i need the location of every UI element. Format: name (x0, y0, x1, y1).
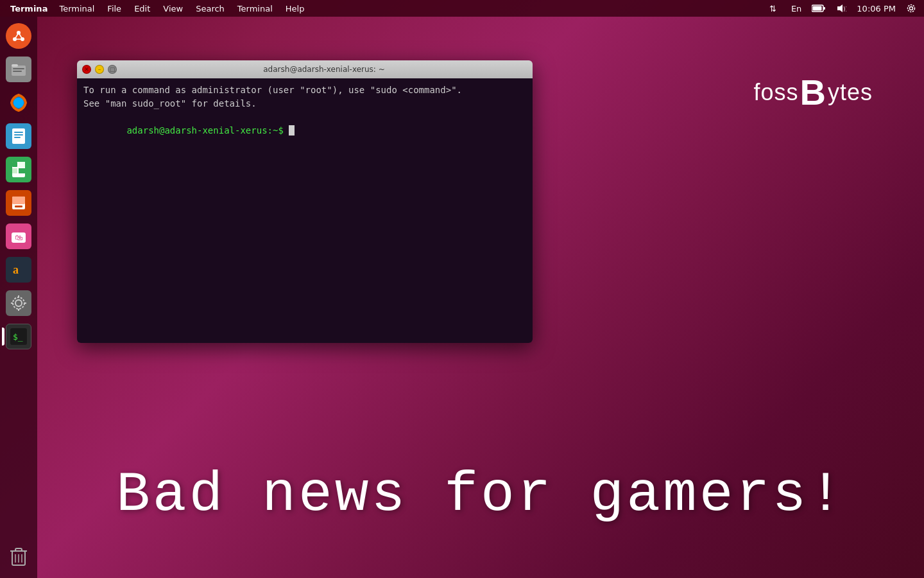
svg-text:$_: $_ (13, 332, 23, 342)
system-tray: ⇅ En )) 10:06 PM (767, 3, 919, 13)
launcher-ubuntu-software[interactable]: 🛍 (3, 221, 34, 252)
launcher-amazon[interactable]: a (3, 254, 34, 285)
svg-point-37 (13, 297, 24, 309)
menu-file[interactable]: File (101, 0, 128, 17)
svg-rect-31 (12, 197, 25, 204)
logo-foss-text: foss (753, 79, 798, 106)
svg-rect-27 (12, 168, 17, 173)
terminal-line-2: See "man sudo_root" for details. (83, 97, 526, 110)
svg-point-7 (908, 5, 915, 12)
svg-rect-3 (813, 6, 822, 11)
svg-rect-22 (14, 132, 23, 133)
fossbytes-logo: fossBytes (753, 74, 873, 110)
logo-ytes-text: ytes (828, 79, 873, 106)
terminal-prompt-line: adarsh@adarsh-xenial-xerus:~$ (83, 110, 526, 151)
svg-rect-16 (12, 64, 18, 67)
logo-b-letter: B (800, 74, 826, 110)
menu-edit[interactable]: Edit (128, 0, 157, 17)
svg-rect-32 (15, 206, 22, 207)
volume-icon[interactable]: )) (834, 3, 849, 13)
svg-text:⇅: ⇅ (769, 4, 776, 13)
svg-text:a: a (13, 263, 19, 276)
menu-view[interactable]: View (157, 0, 189, 17)
terminal-body[interactable]: To run a command as administrator (user … (77, 78, 533, 343)
menu-terminal-2[interactable]: Terminal (231, 0, 279, 17)
svg-rect-23 (14, 134, 23, 136)
battery-icon[interactable] (809, 4, 828, 13)
terminal-prompt-text: adarsh@adarsh-xenial-xerus:~$ (126, 125, 289, 136)
svg-marker-4 (837, 4, 843, 12)
top-menu-bar: Termina Terminal File Edit View Search T… (0, 0, 924, 17)
launcher-libreoffice-calc[interactable] (3, 154, 34, 185)
launcher-system-config[interactable] (3, 288, 34, 319)
app-menu-name[interactable]: Termina (5, 4, 53, 13)
settings-icon[interactable] (903, 3, 919, 13)
svg-point-8 (11, 28, 26, 44)
svg-text:)): )) (843, 6, 846, 12)
svg-rect-29 (19, 168, 25, 173)
svg-rect-17 (13, 68, 24, 69)
minimize-button[interactable]: – (95, 65, 104, 74)
close-button[interactable]: ✕ (82, 65, 91, 74)
launcher-terminal[interactable]: $_ (3, 321, 34, 352)
menu-search[interactable]: Search (189, 0, 231, 17)
svg-rect-21 (12, 128, 25, 144)
clock[interactable]: 10:06 PM (854, 4, 898, 13)
svg-point-20 (13, 98, 24, 108)
svg-point-6 (910, 7, 913, 10)
svg-rect-2 (823, 7, 825, 10)
menu-terminal-1[interactable]: Terminal (53, 0, 101, 17)
launcher-libreoffice-impress[interactable] (3, 188, 34, 218)
headline-text: Bad news for gamers! (37, 463, 924, 527)
svg-text:🛍: 🛍 (15, 233, 22, 242)
launcher-libreoffice-writer[interactable] (3, 121, 34, 152)
svg-rect-28 (19, 162, 25, 167)
svg-rect-26 (12, 162, 17, 167)
keyboard-layout[interactable]: En (789, 4, 804, 13)
launcher-trash[interactable] (3, 541, 34, 572)
terminal-line-1: To run a command as administrator (user … (83, 83, 526, 97)
launcher-firefox[interactable] (3, 87, 34, 118)
terminal-cursor (289, 125, 295, 136)
launcher-sidebar: 🛍 a $_ (0, 17, 37, 578)
launcher-ubuntu-home[interactable] (3, 21, 34, 51)
menu-bar-left: Termina Terminal File Edit View Search T… (5, 0, 311, 17)
terminal-window[interactable]: ✕ – □ adarsh@adarsh-xenial-xerus: ~ To r… (77, 60, 533, 343)
svg-rect-24 (14, 137, 21, 138)
menu-help[interactable]: Help (279, 0, 311, 17)
launcher-files[interactable] (3, 54, 34, 85)
svg-rect-18 (13, 71, 22, 72)
desktop: ✕ – □ adarsh@adarsh-xenial-xerus: ~ To r… (37, 17, 924, 578)
terminal-titlebar: ✕ – □ adarsh@adarsh-xenial-xerus: ~ (77, 60, 533, 78)
svg-point-36 (15, 300, 22, 306)
network-icon[interactable]: ⇅ (767, 3, 783, 13)
maximize-button[interactable]: □ (108, 65, 117, 74)
terminal-title: adarsh@adarsh-xenial-xerus: ~ (121, 65, 527, 74)
